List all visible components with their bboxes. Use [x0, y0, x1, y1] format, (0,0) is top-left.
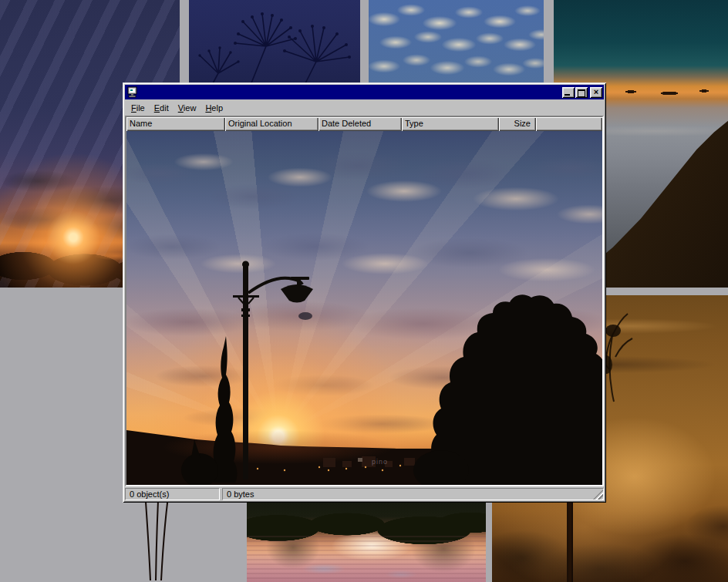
- dark-cloud-wisp: [298, 312, 312, 320]
- sunset-photo: pino: [126, 131, 602, 485]
- lamp-pole-silhouette: [567, 502, 573, 582]
- menu-bar: File Edit View Help: [125, 99, 604, 116]
- close-button[interactable]: ×: [590, 87, 602, 98]
- column-header-blank[interactable]: [536, 117, 602, 131]
- maximize-button[interactable]: [575, 87, 588, 98]
- menu-view[interactable]: View: [174, 102, 201, 114]
- column-header-original-location[interactable]: Original Location: [225, 117, 318, 131]
- menu-help[interactable]: Help: [201, 102, 228, 114]
- file-list-area[interactable]: Name Original Location Date Deleted Type…: [125, 116, 604, 486]
- wallpaper-photo-altocumulus-clouds: [369, 0, 544, 85]
- column-header-name[interactable]: Name: [126, 117, 225, 131]
- column-header-size[interactable]: Size: [499, 117, 536, 131]
- menu-edit[interactable]: Edit: [150, 102, 174, 114]
- menu-file[interactable]: File: [126, 102, 150, 114]
- photo-silhouettes: [126, 131, 602, 485]
- window-titlebar[interactable]: ×: [125, 85, 604, 99]
- status-byte-count: 0 bytes: [222, 488, 604, 500]
- water-ripples: [247, 536, 486, 582]
- minimize-button[interactable]: [562, 87, 575, 98]
- status-bytes-text: 0 bytes: [227, 489, 254, 499]
- maximize-icon: [578, 89, 585, 97]
- close-icon: ×: [590, 87, 602, 98]
- column-header-type[interactable]: Type: [402, 117, 499, 131]
- cypress-tree: [212, 336, 237, 483]
- dried-flower-silhouette: [189, 0, 360, 85]
- column-header-row: Name Original Location Date Deleted Type…: [126, 117, 602, 131]
- status-bar: 0 object(s) 0 bytes: [125, 488, 604, 500]
- desktop-collage: × File Edit View Help Name Original Loca…: [0, 0, 728, 582]
- recycle-bin-window: × File Edit View Help Name Original Loca…: [123, 82, 606, 503]
- computer-icon: [126, 86, 139, 99]
- photo-watermark: pino: [372, 458, 388, 466]
- minimize-icon: [565, 94, 570, 96]
- column-header-date-deleted[interactable]: Date Deleted: [318, 117, 402, 131]
- wallpaper-photo-dried-flowers: [189, 0, 360, 85]
- status-object-count: 0 object(s): [125, 488, 220, 500]
- resize-grip[interactable]: [593, 489, 603, 500]
